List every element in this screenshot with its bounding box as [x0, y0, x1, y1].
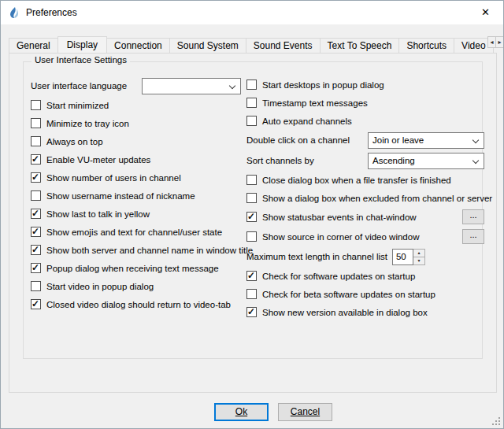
maximum-text-length-spinner[interactable]: 50 ▴ ▾: [392, 249, 425, 265]
language-label: User interface language: [31, 81, 127, 91]
preferences-dialog: Preferences ✕ General Display Connection…: [0, 0, 504, 429]
checkbox-label: Show a dialog box when excluded from cha…: [262, 194, 492, 203]
checkbox-icon: [246, 289, 257, 299]
checkbox-label: Start minimized: [46, 101, 109, 110]
checkbox-icon: [31, 100, 41, 110]
checkbox-icon: [31, 190, 41, 201]
checkbox-label: Auto expand channels: [262, 116, 352, 126]
window-title: Preferences: [26, 1, 77, 24]
checkbox-icon: [246, 98, 257, 108]
checkbox-icon: [246, 116, 257, 126]
max-text-length-row: Maximum text length in channel list 50 ▴…: [246, 246, 484, 267]
checkbox-show-emojis-and-text-for-channel-user-state[interactable]: Show emojis and text for channel/user st…: [31, 223, 241, 241]
checkbox-label: Show number of users in channel: [46, 173, 181, 183]
cancel-button-label: Cancel: [291, 406, 320, 417]
double-click-on-channel-combobox[interactable]: Join or leave: [368, 132, 484, 149]
spin-up-icon[interactable]: ▴: [413, 250, 424, 257]
checkbox-start-minimized[interactable]: Start minimized: [31, 96, 241, 114]
checkbox-icon: [246, 271, 257, 281]
statusbar-events-row: Show statusbar events in chat-window ...: [246, 207, 484, 227]
checkbox-check-for-software-updates-on-startup[interactable]: Check for software updates on startup: [246, 267, 484, 285]
tab-sound-system[interactable]: Sound System: [169, 38, 246, 53]
checkbox-auto-expand-channels[interactable]: Auto expand channels: [246, 112, 484, 130]
checkbox-timestamp-text-messages[interactable]: Timestamp text messages: [246, 94, 484, 112]
checkbox-icon: [31, 263, 41, 273]
checkbox-enable-vu-meter-updates[interactable]: Enable VU-meter updates: [31, 150, 241, 168]
close-icon[interactable]: ✕: [468, 1, 503, 24]
checkbox-show-statusbar-events-in-chat-window[interactable]: [246, 212, 257, 222]
checkbox-icon: [31, 136, 41, 146]
tab-general[interactable]: General: [9, 38, 58, 53]
checkbox-popup-dialog-when-receiving-text-message[interactable]: Popup dialog when receiving text message: [31, 259, 241, 277]
checkbox-show-new-version-available-in-dialog-box[interactable]: Show new version available in dialog box: [246, 303, 484, 321]
statusbar-events-browse-button[interactable]: ...: [462, 209, 484, 224]
checkbox-icon: [246, 307, 257, 317]
spin-down-icon[interactable]: ▾: [413, 257, 424, 264]
video-source-browse-button[interactable]: ...: [462, 229, 484, 244]
checkbox-closed-video-dialog-should-return-to-video-tab[interactable]: Closed video dialog should return to vid…: [31, 295, 241, 313]
max-text-length-label: Maximum text length in channel list: [246, 252, 387, 261]
checkbox-label: Show last to talk in yellow: [46, 209, 150, 219]
language-combobox[interactable]: [142, 78, 241, 94]
left-column: User interface language Start minimized …: [31, 76, 241, 313]
tab-scroll-right-icon[interactable]: ▸: [495, 36, 504, 48]
checkbox-minimize-to-tray-icon[interactable]: Minimize to tray icon: [31, 114, 241, 132]
titlebar[interactable]: Preferences ✕: [1, 1, 503, 24]
checkbox-label: Check for software updates on startup: [262, 272, 415, 281]
checkbox-check-for-beta-software-updates-on-startup[interactable]: Check for beta software updates on start…: [246, 285, 484, 303]
chevron-down-icon: [472, 136, 479, 142]
checkbox-icon: [246, 193, 257, 203]
checkbox-show-both-server-and-channel-name-in-window-title[interactable]: Show both server and channel name in win…: [31, 241, 241, 259]
video-source-row: Show source in corner of video window ..…: [246, 227, 484, 246]
chevron-down-icon: [472, 157, 479, 163]
app-icon: [8, 6, 20, 19]
tab-display[interactable]: Display: [57, 36, 107, 53]
resize-grip[interactable]: [491, 416, 501, 426]
checkbox-start-video-in-popup-dialog[interactable]: Start video in popup dialog: [31, 277, 241, 295]
checkbox-label: Show new version available in dialog box: [262, 308, 428, 317]
checkbox-label: Timestamp text messages: [262, 98, 368, 108]
checkbox-always-on-top[interactable]: Always on top: [31, 132, 241, 150]
tab-shortcuts[interactable]: Shortcuts: [398, 38, 454, 53]
checkbox-label: Popup dialog when receiving text message: [46, 264, 219, 273]
language-row: User interface language: [31, 76, 241, 96]
checkbox-start-desktops-in-popup-dialog[interactable]: Start desktops in popup dialog: [246, 76, 484, 94]
checkbox-label: Always on top: [46, 137, 103, 146]
group-title: User Interface Settings: [32, 55, 130, 65]
checkbox-icon: [31, 299, 41, 309]
checkbox-label: Show statusbar events in chat-window: [262, 213, 417, 222]
checkbox-label: Close dialog box when a file transfer is…: [262, 176, 451, 185]
checkbox-label: Show username instead of nickname: [46, 191, 195, 201]
checkbox-icon: [31, 154, 41, 165]
right-column: Start desktops in popup dialog Timestamp…: [246, 76, 484, 321]
sort-channels-label: Sort channels by: [246, 156, 314, 165]
checkbox-show-dialog-box-when-excluded[interactable]: Show a dialog box when excluded from cha…: [246, 189, 484, 207]
ok-button-label: Ok: [235, 406, 247, 417]
checkbox-icon: [246, 175, 257, 185]
checkbox-icon: [246, 80, 257, 90]
checkbox-icon: [31, 172, 41, 183]
spinner-value[interactable]: 50: [392, 249, 413, 265]
sort-channels-by-combobox[interactable]: Ascending: [368, 153, 484, 169]
checkbox-label: Start video in popup dialog: [46, 282, 154, 291]
tab-sound-events[interactable]: Sound Events: [246, 38, 321, 53]
tab-bar: General Display Connection Sound System …: [9, 36, 494, 53]
tab-text-to-speech[interactable]: Text To Speech: [320, 38, 400, 53]
checkbox-show-username-instead-of-nickname[interactable]: Show username instead of nickname: [31, 187, 241, 205]
double-click-row: Double click on a channel Join or leave: [246, 130, 484, 150]
double-click-label: Double click on a channel: [246, 135, 350, 145]
checkbox-show-source-in-corner-of-video-window[interactable]: [246, 231, 257, 242]
tab-scroll-buttons: ◂ ▸: [487, 36, 504, 48]
checkbox-icon: [31, 118, 41, 128]
tab-connection[interactable]: Connection: [106, 38, 170, 53]
checkbox-close-dialog-box-when-file-transfer-finished[interactable]: Close dialog box when a file transfer is…: [246, 171, 484, 189]
checkbox-label: Check for beta software updates on start…: [262, 290, 435, 299]
checkbox-label: Start desktops in popup dialog: [262, 80, 384, 90]
checkbox-show-number-of-users-in-channel[interactable]: Show number of users in channel: [31, 168, 241, 187]
double-click-value: Join or leave: [372, 135, 424, 145]
checkbox-icon: [31, 281, 41, 291]
checkbox-label: Minimize to tray icon: [46, 119, 129, 128]
ok-button[interactable]: Ok: [214, 403, 269, 421]
cancel-button[interactable]: Cancel: [278, 403, 332, 421]
checkbox-show-last-to-talk-in-yellow[interactable]: Show last to talk in yellow: [31, 205, 241, 223]
